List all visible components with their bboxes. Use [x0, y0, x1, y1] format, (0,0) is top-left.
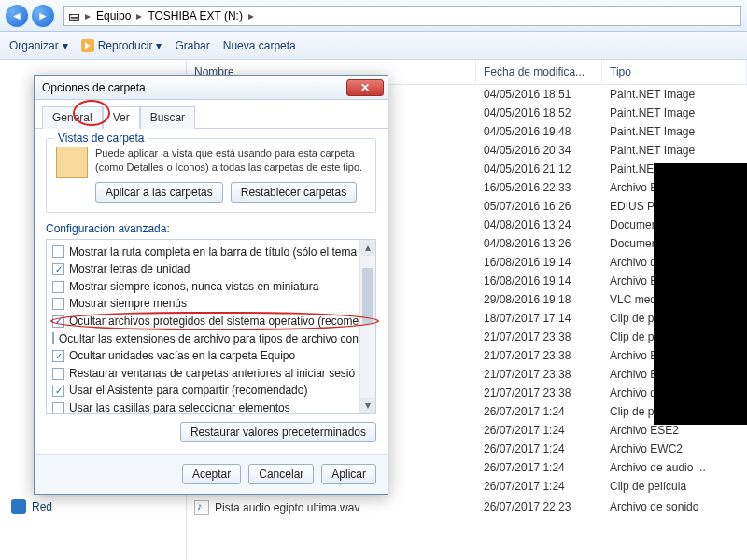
back-button[interactable]: ◄	[6, 5, 28, 27]
play-menu[interactable]: Reproducir ▾	[81, 39, 162, 52]
organize-menu[interactable]: Organizar ▾	[9, 39, 68, 52]
group-title: Vistas de carpeta	[54, 132, 148, 145]
settings-checkbox-item[interactable]: Mostrar letras de unidad	[52, 260, 370, 278]
checkbox-label: Ocultar unidades vacías en la carpeta Eq…	[69, 347, 295, 365]
chevron-right-icon: ▸	[248, 9, 254, 22]
folder-icon	[56, 147, 88, 178]
chevron-right-icon: ▸	[85, 9, 91, 22]
play-icon	[81, 39, 94, 52]
breadcrumb-root[interactable]: Equipo	[96, 9, 131, 22]
checkbox[interactable]	[52, 315, 64, 328]
tab-search[interactable]: Buscar	[140, 106, 195, 129]
dialog-buttons: Aceptar Cancelar Aplicar	[35, 454, 388, 494]
checkbox-label: Mostrar siempre iconos, nunca vistas en …	[69, 278, 318, 296]
settings-checkbox-item[interactable]: Mostrar siempre menús	[52, 295, 370, 313]
settings-checkbox-item[interactable]: Mostrar siempre iconos, nunca vistas en …	[52, 278, 370, 296]
checkbox-label: Ocultar las extensiones de archivo para …	[59, 330, 376, 348]
checkbox[interactable]	[52, 402, 64, 414]
scroll-down-button[interactable]: ▾	[360, 398, 375, 413]
checkbox-label: Mostrar siempre menús	[69, 295, 187, 313]
scroll-thumb[interactable]	[362, 268, 374, 324]
burn-menu[interactable]: Grabar	[175, 39, 209, 52]
checkbox[interactable]	[52, 298, 64, 310]
scroll-up-button[interactable]: ▴	[360, 240, 375, 256]
tab-view[interactable]: Ver	[103, 106, 140, 129]
group-description: Puede aplicar la vista que está usando p…	[95, 147, 366, 175]
checkbox-label: Mostrar la ruta completa en la barra de …	[69, 244, 357, 261]
settings-checkbox-item[interactable]: Ocultar unidades vacías en la carpeta Eq…	[52, 347, 370, 365]
toolbar: Organizar ▾ Reproducir ▾ Grabar Nueva ca…	[0, 32, 747, 60]
settings-checkbox-item[interactable]: Ocultar archivos protegidos del sistema …	[52, 313, 370, 330]
drive-icon: 🖴	[68, 9, 79, 22]
checkbox[interactable]	[52, 332, 54, 344]
checkbox[interactable]	[52, 263, 64, 275]
sidebar-item-label: Red	[32, 500, 52, 513]
checkbox[interactable]	[52, 368, 64, 380]
apply-to-folders-button[interactable]: Aplicar a las carpetas	[95, 182, 223, 203]
chevron-right-icon: ▸	[136, 9, 142, 22]
checkbox-label: Ocultar archivos protegidos del sistema …	[69, 313, 359, 330]
breadcrumb[interactable]: 🖴 ▸ Equipo ▸ TOSHIBA EXT (N:) ▸	[63, 6, 741, 26]
ok-button[interactable]: Aceptar	[182, 464, 241, 484]
settings-checkbox-item[interactable]: Usar el Asistente para compartir (recome…	[52, 382, 370, 399]
network-icon	[11, 499, 26, 514]
checkbox[interactable]	[52, 281, 64, 293]
preview-pane	[654, 163, 747, 425]
checkbox-label: Restaurar ventanas de carpetas anteriore…	[69, 365, 355, 383]
folder-options-dialog: Opciones de carpeta ✕ General Ver Buscar…	[34, 75, 388, 495]
advanced-settings-list[interactable]: Mostrar la ruta completa en la barra de …	[46, 239, 376, 414]
dialog-title: Opciones de carpeta	[42, 81, 146, 94]
sidebar-item-network[interactable]: Red	[9, 497, 176, 517]
table-row[interactable]: Pista audio egipto ultima.wav26/07/2017 …	[187, 497, 747, 518]
checkbox[interactable]	[52, 385, 64, 397]
breadcrumb-drive[interactable]: TOSHIBA EXT (N:)	[148, 9, 243, 22]
close-button[interactable]: ✕	[346, 79, 384, 96]
dialog-titlebar[interactable]: Opciones de carpeta ✕	[35, 76, 388, 100]
settings-checkbox-item[interactable]: Usar las casillas para seleccionar eleme…	[52, 399, 370, 414]
file-icon	[194, 500, 209, 515]
tab-general[interactable]: General	[42, 106, 103, 129]
apply-button[interactable]: Aplicar	[321, 464, 376, 484]
checkbox[interactable]	[52, 245, 64, 258]
column-date[interactable]: Fecha de modifica...	[476, 60, 602, 84]
folder-views-group: Vistas de carpeta Puede aplicar la vista…	[46, 138, 376, 213]
cancel-button[interactable]: Cancelar	[248, 464, 314, 484]
new-folder-button[interactable]: Nueva carpeta	[223, 39, 296, 52]
nav-bar: ◄ ► 🖴 ▸ Equipo ▸ TOSHIBA EXT (N:) ▸	[0, 0, 747, 32]
settings-checkbox-item[interactable]: Restaurar ventanas de carpetas anteriore…	[52, 365, 370, 383]
checkbox-label: Usar el Asistente para compartir (recome…	[69, 382, 307, 399]
tab-strip: General Ver Buscar	[35, 100, 388, 129]
checkbox-label: Usar las casillas para seleccionar eleme…	[69, 399, 290, 414]
settings-checkbox-item[interactable]: Ocultar las extensiones de archivo para …	[52, 330, 370, 348]
scrollbar[interactable]: ▴ ▾	[359, 240, 375, 413]
column-type[interactable]: Tipo	[602, 60, 747, 84]
restore-defaults-button[interactable]: Restaurar valores predeterminados	[180, 422, 376, 442]
checkbox-label: Mostrar letras de unidad	[69, 260, 190, 278]
checkbox[interactable]	[52, 350, 64, 362]
advanced-label: Configuración avanzada:	[46, 222, 376, 235]
forward-button[interactable]: ►	[32, 5, 54, 27]
settings-checkbox-item[interactable]: Mostrar la ruta completa en la barra de …	[52, 244, 370, 261]
reset-folders-button[interactable]: Restablecer carpetas	[231, 182, 357, 203]
